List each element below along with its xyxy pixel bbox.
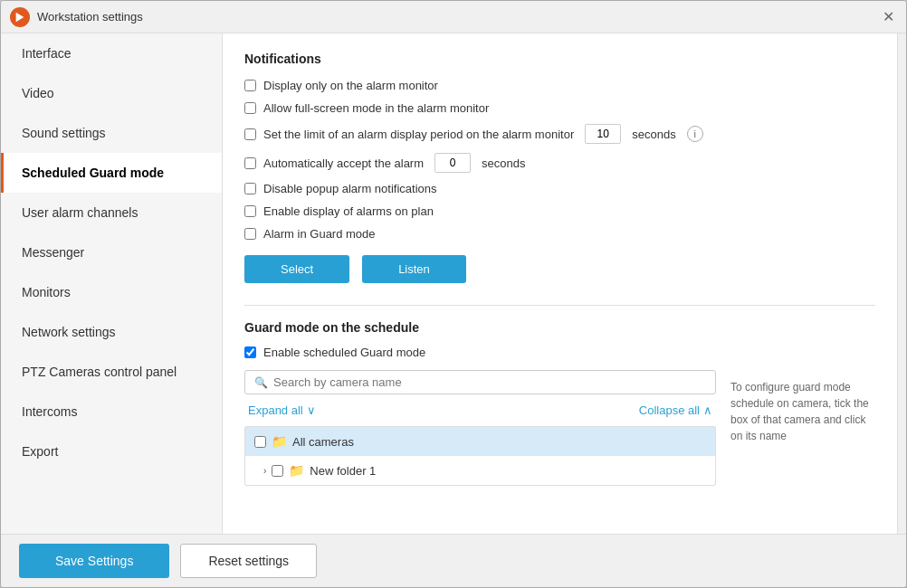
label-fullscreen: Allow full-screen mode in the alarm moni… <box>263 101 489 115</box>
new-folder-label: New folder 1 <box>310 464 376 478</box>
guard-mode-title: Guard mode on the schedule <box>244 320 875 335</box>
expand-collapse-controls: Expand all ∨ Collapse all ∧ <box>244 403 716 417</box>
expand-all-button[interactable]: Expand all ∨ <box>248 403 316 417</box>
alarm-limit-input[interactable] <box>585 124 621 144</box>
all-cameras-label: All cameras <box>292 435 354 449</box>
sidebar-item-user-alarm-channels[interactable]: User alarm channels <box>1 193 222 232</box>
sidebar-item-ptz-cameras[interactable]: PTZ Cameras control panel <box>1 352 222 392</box>
content-area: Interface Video Sound settings Scheduled… <box>1 33 906 534</box>
expand-all-label: Expand all <box>248 403 303 417</box>
camera-search-box[interactable]: 🔍 <box>244 370 716 394</box>
checkbox-row-7: Alarm in Guard mode <box>244 227 875 241</box>
tree-column: 🔍 Expand all ∨ Collapse all ∧ <box>244 370 716 486</box>
label-alarm-guard-mode: Alarm in Guard mode <box>263 227 376 241</box>
camera-search-input[interactable] <box>273 375 706 389</box>
label-auto-accept: Automatically accept the alarm <box>263 156 424 170</box>
checkbox-new-folder[interactable] <box>272 465 283 477</box>
reset-settings-button[interactable]: Reset settings <box>180 544 317 578</box>
titlebar: Workstation settings ✕ <box>1 1 906 33</box>
save-settings-button[interactable]: Save Settings <box>19 544 169 578</box>
label-disable-popup: Disable popup alarm notifications <box>263 182 437 195</box>
guard-hint-text: To configure guard mode schedule on came… <box>730 379 875 444</box>
expand-arrow-icon: › <box>263 466 266 476</box>
select-button[interactable]: Select <box>244 255 349 283</box>
auto-accept-seconds: seconds <box>482 156 525 170</box>
sidebar-item-monitors[interactable]: Monitors <box>1 272 222 312</box>
sidebar-item-scheduled-guard-mode[interactable]: Scheduled Guard mode <box>1 153 222 193</box>
label-alarm-limit: Set the limit of an alarm display period… <box>263 128 574 141</box>
sidebar-item-interface[interactable]: Interface <box>1 33 222 73</box>
listen-button[interactable]: Listen <box>362 255 466 283</box>
sidebar-item-sound-settings[interactable]: Sound settings <box>1 113 222 153</box>
scrollbar[interactable] <box>897 33 906 534</box>
collapse-all-button[interactable]: Collapse all ∧ <box>639 403 712 417</box>
app-logo <box>10 7 30 27</box>
action-buttons: Select Listen <box>244 255 875 283</box>
checkbox-all-cameras[interactable] <box>254 436 266 448</box>
camera-tree: 📁 All cameras › 📁 New folder 1 <box>244 426 716 486</box>
checkbox-display-only[interactable] <box>244 80 256 91</box>
checkbox-row-5: Disable popup alarm notifications <box>244 182 875 195</box>
checkbox-disable-popup[interactable] <box>244 183 256 194</box>
close-button[interactable]: ✕ <box>879 8 897 26</box>
checkbox-display-alarms-plan[interactable] <box>244 205 256 217</box>
section-divider <box>244 305 875 306</box>
tree-row-new-folder[interactable]: › 📁 New folder 1 <box>245 456 715 485</box>
guard-content: 🔍 Expand all ∨ Collapse all ∧ <box>244 370 875 486</box>
collapse-all-label: Collapse all <box>639 403 700 417</box>
label-display-only: Display only on the alarm monitor <box>263 79 438 92</box>
checkbox-row-6: Enable display of alarms on plan <box>244 204 875 218</box>
notifications-title: Notifications <box>244 52 875 66</box>
checkbox-fullscreen[interactable] <box>244 102 256 114</box>
checkbox-alarm-limit[interactable] <box>244 128 256 140</box>
checkbox-row-1: Display only on the alarm monitor <box>244 79 875 92</box>
workstation-settings-window: Workstation settings ✕ Interface Video S… <box>0 0 907 588</box>
main-content: Notifications Display only on the alarm … <box>223 33 897 534</box>
tree-row-all-cameras[interactable]: 📁 All cameras <box>245 427 715 456</box>
window-title: Workstation settings <box>37 10 872 24</box>
footer: Save Settings Reset settings <box>1 534 906 587</box>
expand-all-icon: ∨ <box>307 403 316 417</box>
enable-guard-mode-row: Enable scheduled Guard mode <box>244 346 875 359</box>
alarm-limit-seconds: seconds <box>632 128 675 141</box>
sidebar-item-export[interactable]: Export <box>1 432 222 471</box>
sidebar-item-video[interactable]: Video <box>1 73 222 113</box>
checkbox-alarm-guard-mode[interactable] <box>244 228 256 240</box>
sidebar: Interface Video Sound settings Scheduled… <box>1 33 223 534</box>
sidebar-item-network-settings[interactable]: Network settings <box>1 312 222 352</box>
checkbox-auto-accept[interactable] <box>244 157 256 169</box>
sidebar-item-messenger[interactable]: Messenger <box>1 232 222 272</box>
label-display-alarms-plan: Enable display of alarms on plan <box>263 204 434 218</box>
folder-icon-all: 📁 <box>272 434 287 449</box>
collapse-all-icon: ∧ <box>703 403 712 417</box>
label-enable-scheduled: Enable scheduled Guard mode <box>263 346 425 359</box>
svg-marker-0 <box>16 12 24 22</box>
folder-icon-new: 📁 <box>289 463 304 478</box>
auto-accept-input[interactable] <box>434 153 471 173</box>
checkbox-row-2: Allow full-screen mode in the alarm moni… <box>244 101 875 115</box>
info-icon[interactable]: i <box>687 126 703 142</box>
hint-column: To configure guard mode schedule on came… <box>730 370 875 444</box>
checkbox-row-3: Set the limit of an alarm display period… <box>244 124 875 144</box>
checkbox-enable-scheduled[interactable] <box>244 346 256 358</box>
sidebar-item-intercoms[interactable]: Intercoms <box>1 392 222 432</box>
search-icon: 🔍 <box>254 376 268 389</box>
checkbox-row-4: Automatically accept the alarm seconds <box>244 153 875 173</box>
